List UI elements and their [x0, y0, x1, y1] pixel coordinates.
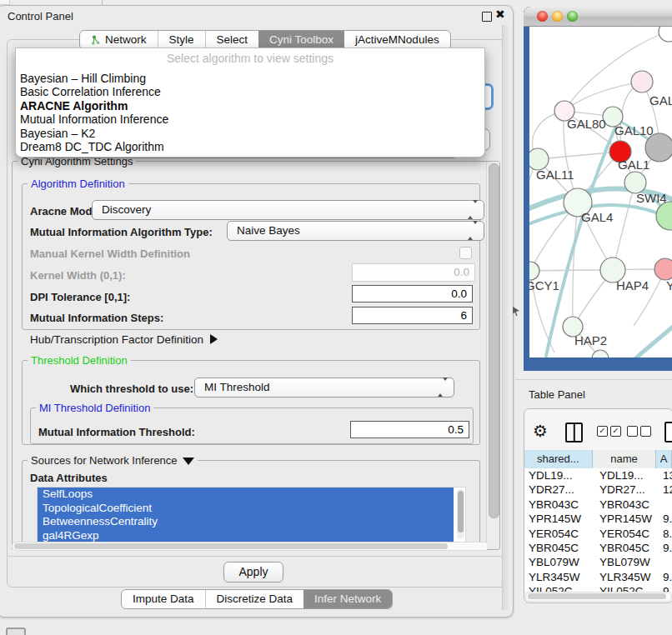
list-scrollbar[interactable] [457, 489, 464, 539]
tab-discretize-data[interactable]: Discretize Data [205, 590, 304, 608]
table-cell: YDR27... [593, 482, 657, 497]
table-row[interactable]: YBR043CYBR043C [524, 498, 672, 512]
kernel-width-field[interactable]: 0.0 [352, 263, 475, 282]
tab-label: Style [169, 31, 194, 49]
network-edge[interactable] [573, 202, 578, 327]
table-hscrollbar[interactable] [525, 592, 672, 602]
node-label: GCY1 [529, 278, 559, 292]
network-edge[interactable] [613, 182, 635, 270]
table-cell: YIL052C [593, 584, 657, 592]
column-header[interactable]: A [656, 450, 672, 468]
node-salmon[interactable] [654, 258, 672, 280]
data-attributes-list[interactable]: SelfLoopsTopologicalCoefficientBetweenne… [37, 487, 466, 545]
table-cell: YBR043C [524, 498, 593, 512]
close-window-icon[interactable] [537, 11, 548, 22]
sources-group-title[interactable]: Sources for Network Inference [28, 454, 198, 467]
dpi-tolerance-field[interactable]: 0.0 [352, 285, 473, 302]
tab-label: Discretize Data [217, 590, 293, 608]
table-row[interactable]: YDL19...YDL19...13 [524, 468, 672, 482]
network-edge[interactable] [564, 82, 642, 111]
node-gcy1[interactable] [529, 262, 539, 280]
table-cell: YBR043C [593, 498, 657, 512]
unchecked-checkbox-icon[interactable] [627, 426, 638, 437]
mi-threshold-field[interactable]: 0.5 [350, 421, 469, 438]
checked-checkbox-icon[interactable]: ✓ [597, 426, 608, 437]
aracne-mode-combobox[interactable]: Discovery [92, 200, 484, 220]
network-canvas[interactable]: GALGAL80GAL10GAL1GAL11SWI4GAL4GCY1HAP4YH… [529, 27, 672, 358]
dropdown-item[interactable]: Bayesian – K2 [16, 127, 484, 140]
tab-select[interactable]: Select [205, 31, 259, 49]
table-row[interactable]: YER054CYER054C8. [524, 527, 672, 541]
node-green-right[interactable] [656, 202, 672, 230]
mi-algorithm-type-combobox[interactable]: Naive Bayes [227, 221, 484, 241]
table-cell: 9. [657, 570, 672, 584]
tab-style[interactable]: Style [158, 31, 205, 49]
dropdown-item[interactable]: ARACNE Algorithm [16, 99, 484, 112]
collapsed-arrow-icon [210, 334, 218, 344]
tab-network[interactable]: Network [80, 31, 158, 49]
table-row[interactable]: YDR27...YDR27...12 [524, 482, 672, 497]
network-edge-highlighted[interactable] [620, 328, 672, 358]
table-row[interactable]: YBR045CYBR045C9. [524, 541, 672, 555]
mi-threshold-group-title: MI Threshold Definition [36, 402, 153, 414]
table-cell: YPR145W [593, 512, 657, 526]
which-threshold-combobox[interactable]: MI Threshold [194, 378, 454, 398]
dropdown-item[interactable]: Bayesian – Hill Climbing [16, 72, 484, 85]
window-corner-artifact [0, 0, 10, 5]
column-header[interactable]: shared... [524, 450, 593, 468]
minimize-window-icon[interactable] [552, 11, 563, 22]
zoom-window-icon[interactable] [567, 11, 578, 22]
tab-infer-network[interactable]: Infer Network [303, 590, 392, 608]
node-gal-partial[interactable] [631, 71, 653, 92]
data-attribute-item[interactable]: BetweennessCentrality [38, 515, 454, 529]
mi-threshold-label: Mutual Information Threshold: [38, 426, 195, 438]
table-cell: 9. [657, 584, 672, 592]
manual-kernel-width-checkbox[interactable] [459, 247, 472, 259]
which-threshold-value: MI Threshold [204, 381, 270, 393]
stepper-arrows-icon [468, 222, 478, 240]
checked-checkbox-icon[interactable]: ✓ [610, 426, 621, 437]
network-graph: GALGAL80GAL10GAL1GAL11SWI4GAL4GCY1HAP4YH… [529, 27, 672, 358]
network-window-titlebar[interactable] [524, 7, 672, 27]
tab-impute-data[interactable]: Impute Data [122, 590, 205, 608]
apply-button[interactable]: Apply [223, 562, 283, 582]
table-row[interactable]: YLR345WYLR345W9. [524, 570, 672, 584]
data-attribute-item[interactable]: TopologicalCoefficient [38, 502, 454, 516]
gear-icon[interactable]: ⚙ [533, 421, 548, 441]
node-label: SWI4 [636, 191, 667, 205]
node-top-partial[interactable] [659, 27, 672, 42]
tab-cyni-toolbox[interactable]: Cyni Toolbox [258, 31, 344, 49]
table-row[interactable]: YIL052CYIL052C9. [524, 584, 672, 592]
unchecked-checkbox-icon[interactable] [640, 426, 651, 437]
file-icon-partial[interactable] [664, 422, 672, 442]
table-hscrollbar-thumb[interactable] [528, 593, 666, 599]
tab-jactivemnodules[interactable]: jActiveMNodules [344, 31, 450, 49]
network-view-window[interactable]: GALGAL80GAL10GAL1GAL11SWI4GAL4GCY1HAP4YH… [524, 7, 672, 371]
dropdown-item[interactable]: Dream8 DC_TDC Algorithm [16, 140, 484, 153]
network-icon [91, 35, 101, 45]
table-body: YDL19...YDL19...13YDR27...YDR27...12YBR0… [524, 468, 672, 592]
split-columns-icon[interactable] [565, 422, 583, 442]
table-cell: YER054C [593, 527, 657, 541]
table-cell: YPR145W [524, 512, 593, 526]
minimized-panel-icon[interactable] [6, 628, 26, 635]
close-panel-icon[interactable]: ✖ [495, 8, 505, 21]
float-panel-icon[interactable] [482, 12, 492, 22]
mi-steps-field[interactable]: 6 [352, 307, 473, 324]
table-row[interactable]: YPR145WYPR145W9. [524, 512, 672, 526]
hub-definition-toggle[interactable]: Hub/Transcription Factor Definition [30, 333, 218, 346]
table-row[interactable]: YBL079WYBL079W [524, 555, 672, 569]
data-attribute-item[interactable]: SelfLoops [38, 488, 454, 502]
node-label: GAL1 [618, 158, 649, 172]
dropdown-item[interactable]: Basic Correlation Inference [16, 85, 484, 98]
dropdown-item[interactable]: Mutual Information Inference [16, 112, 484, 126]
button-area-separator [8, 556, 502, 557]
settings-hscrollbar-thumb[interactable] [14, 543, 448, 549]
settings-scrollbar-thumb[interactable] [489, 163, 499, 518]
tab-label: Infer Network [314, 590, 381, 608]
settings-hscrollbar[interactable] [12, 542, 489, 551]
network-edge[interactable] [538, 152, 620, 159]
column-header[interactable]: name [593, 450, 657, 468]
aracne-mode-value: Discovery [102, 203, 151, 216]
table-cell [657, 498, 672, 512]
